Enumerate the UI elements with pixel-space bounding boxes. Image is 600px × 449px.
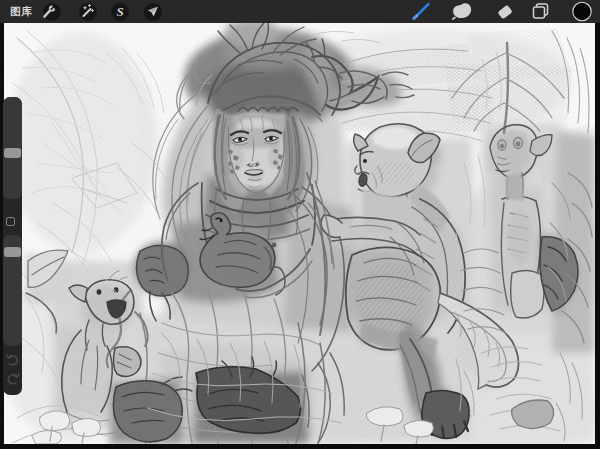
svg-text:S: S xyxy=(116,4,123,19)
